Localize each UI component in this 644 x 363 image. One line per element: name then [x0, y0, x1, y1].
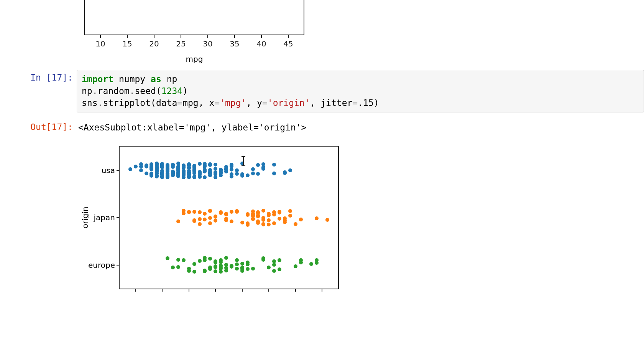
data-point — [203, 212, 207, 216]
data-point — [278, 210, 281, 214]
data-point — [272, 263, 276, 267]
data-point — [192, 270, 196, 274]
ytick-label: japan — [94, 213, 115, 222]
data-point — [166, 256, 169, 260]
data-point — [240, 262, 244, 266]
data-point — [198, 217, 202, 221]
data-point — [214, 269, 217, 273]
code-cell-17[interactable]: In [17]: import numpy as np np.random.se… — [0, 68, 644, 115]
data-point — [288, 214, 292, 218]
data-point — [235, 267, 239, 271]
jupyter-notebook: 1015202530354045 mpg In [17]: import num… — [0, 0, 644, 292]
data-point — [278, 217, 281, 221]
data-point — [176, 162, 180, 165]
data-point — [267, 223, 271, 226]
data-point — [198, 162, 202, 166]
data-point — [246, 262, 250, 266]
data-point — [251, 172, 255, 175]
data-point — [256, 221, 260, 225]
data-point — [224, 256, 228, 260]
data-point — [288, 168, 292, 172]
data-point — [294, 264, 297, 268]
data-point — [198, 222, 202, 226]
data-point — [150, 174, 153, 178]
data-point — [272, 172, 276, 175]
data-point — [219, 264, 223, 267]
data-point — [192, 210, 196, 214]
data-point — [246, 173, 250, 177]
data-point — [246, 223, 250, 227]
data-point — [182, 258, 186, 262]
data-point — [224, 263, 228, 267]
data-point — [214, 261, 217, 264]
data-point — [251, 214, 255, 218]
data-point — [230, 172, 233, 176]
data-point — [203, 175, 207, 179]
data-point — [182, 165, 186, 169]
data-point — [235, 262, 239, 266]
data-point — [272, 163, 276, 167]
data-point — [261, 216, 265, 220]
data-point — [145, 172, 148, 175]
data-point — [224, 213, 228, 216]
data-point — [214, 264, 217, 268]
ytick-label: europe — [88, 261, 115, 270]
data-point — [230, 210, 233, 214]
prev-xtick-label: 30 — [203, 39, 212, 48]
output-cell-17-figure: origin mpg usajapaneurope101520253035404… — [0, 136, 644, 292]
data-point — [256, 172, 260, 176]
data-point — [230, 219, 233, 223]
data-point — [256, 214, 260, 218]
code-editor[interactable]: import numpy as np np.random.seed(1234) … — [77, 70, 644, 112]
data-point — [219, 258, 223, 262]
text-cursor-icon — [243, 156, 244, 166]
data-point — [224, 165, 228, 169]
strip-dots-layer — [120, 147, 338, 289]
data-point — [139, 162, 143, 166]
data-point — [299, 218, 303, 221]
data-point — [256, 163, 260, 167]
data-point — [272, 210, 276, 214]
prev-xtick-label: 20 — [149, 39, 159, 48]
data-point — [230, 265, 233, 269]
data-point — [272, 259, 276, 263]
data-point — [288, 209, 292, 213]
data-point — [246, 267, 250, 271]
data-point — [240, 221, 244, 224]
stripplot-figure: origin mpg usajapaneurope101520253035404… — [119, 146, 339, 289]
output-cell-17-text: Out[17]: <AxesSubplot:xlabel='mpg', ylab… — [0, 115, 644, 136]
data-point — [160, 165, 164, 169]
data-point — [155, 165, 159, 169]
data-point — [182, 209, 186, 213]
data-point — [261, 209, 265, 213]
prev-xtick-label: 15 — [122, 39, 132, 48]
data-point — [272, 221, 276, 225]
output-repr: <AxesSubplot:xlabel='mpg', ylabel='origi… — [77, 119, 644, 134]
data-point — [283, 171, 287, 175]
prev-xtick-label: 25 — [176, 39, 186, 48]
data-point — [267, 266, 271, 269]
prev-xtick-label: 10 — [95, 39, 105, 48]
data-point — [235, 210, 239, 214]
ytick-label: usa — [102, 166, 115, 175]
data-point — [192, 262, 196, 266]
data-point — [208, 216, 212, 220]
data-point — [208, 163, 212, 167]
data-point — [145, 164, 148, 168]
data-point — [176, 265, 180, 269]
output-prompt: Out[17]: — [0, 119, 77, 133]
data-point — [192, 175, 196, 178]
data-point — [230, 164, 233, 168]
data-point — [272, 269, 276, 273]
prev-xlabel: mpg — [84, 54, 304, 64]
data-point — [214, 215, 217, 219]
data-point — [251, 267, 255, 271]
data-point — [139, 168, 143, 172]
data-point — [325, 218, 329, 222]
data-point — [171, 173, 175, 177]
data-point — [128, 167, 132, 171]
data-point — [224, 269, 228, 272]
data-point — [198, 171, 202, 175]
data-point — [171, 266, 175, 269]
data-point — [176, 172, 180, 175]
